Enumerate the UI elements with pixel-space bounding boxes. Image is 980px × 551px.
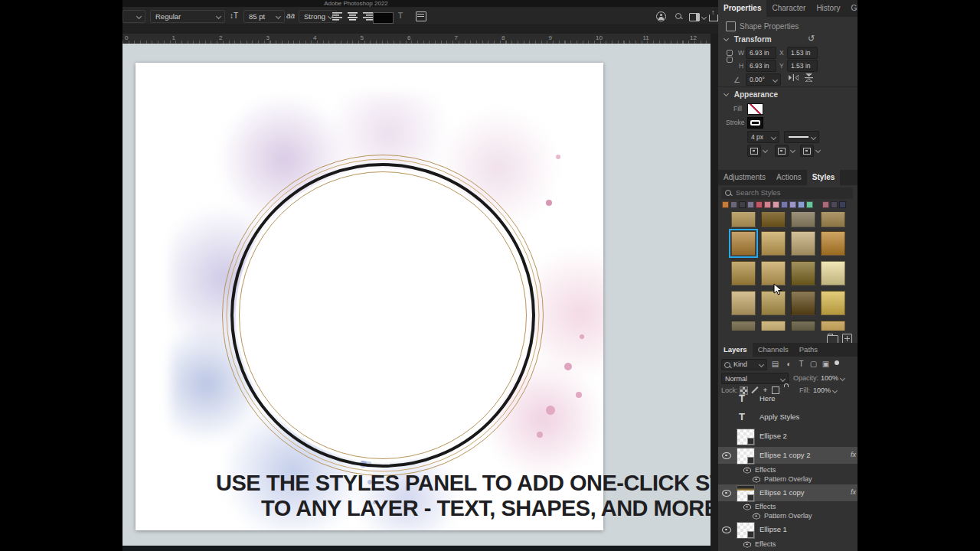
visibility-toggle[interactable]	[743, 504, 751, 511]
style-mini-swatch[interactable]	[806, 201, 813, 208]
style-swatch[interactable]	[821, 261, 845, 285]
opacity-value[interactable]: 100%	[821, 374, 838, 382]
appearance-section-header[interactable]: Appearance	[724, 90, 778, 99]
style-swatch[interactable]	[731, 261, 756, 285]
document-canvas[interactable]	[136, 63, 603, 530]
tab-adjustments[interactable]: Adjustments	[718, 170, 771, 185]
style-mini-swatch[interactable]	[722, 201, 729, 208]
filter-shape-layers-icon[interactable]: ▢	[808, 360, 818, 369]
style-swatch[interactable]	[731, 291, 756, 315]
align-center-button[interactable]	[348, 12, 358, 21]
fx-badge-icon[interactable]: fx	[851, 488, 856, 496]
style-swatch[interactable]	[761, 261, 786, 285]
anti-alias-select[interactable]: Strong	[299, 10, 337, 23]
style-mini-swatch[interactable]	[764, 201, 771, 208]
style-swatch[interactable]	[761, 212, 786, 227]
tab-paths[interactable]: Paths	[794, 343, 823, 357]
tab-character[interactable]: Character	[766, 0, 811, 17]
style-mini-swatch[interactable]	[789, 201, 796, 208]
style-swatch[interactable]	[791, 261, 815, 285]
style-swatch[interactable]	[731, 321, 756, 331]
pattern-overlay-row[interactable]: Pattern Overlay	[718, 511, 858, 520]
filter-pixel-layers-icon[interactable]: ▤	[770, 360, 780, 369]
style-mini-swatch[interactable]	[831, 201, 838, 208]
style-swatch[interactable]	[821, 212, 845, 227]
flip-vertical-icon[interactable]	[804, 73, 814, 82]
font-family-select[interactable]	[122, 10, 145, 23]
height-field[interactable]: 6.93 in	[746, 60, 776, 72]
align-left-button[interactable]	[332, 12, 343, 21]
opacity-chevron-icon[interactable]	[840, 376, 845, 381]
width-field[interactable]: 6.93 in	[746, 47, 776, 59]
style-swatch[interactable]	[761, 321, 786, 331]
stroke-width-field[interactable]: 4 px	[747, 131, 779, 143]
stroke-caps-select[interactable]	[775, 145, 789, 157]
visibility-toggle[interactable]	[753, 477, 760, 484]
workspace-switcher-icon[interactable]	[689, 13, 700, 21]
tab-glyphs[interactable]: Glyphs	[846, 0, 858, 17]
tab-channels[interactable]: Channels	[753, 343, 794, 357]
stroke-align-chevron-icon[interactable]	[763, 148, 768, 153]
visibility-toggle[interactable]	[743, 542, 751, 549]
search-icon[interactable]	[675, 13, 681, 19]
filter-type-layers-icon[interactable]: T	[796, 360, 806, 369]
style-swatch[interactable]	[791, 291, 815, 315]
y-field[interactable]: 1.53 in	[787, 60, 818, 72]
warp-text-icon[interactable]: T	[398, 11, 403, 20]
stroke-style-select[interactable]	[784, 131, 819, 143]
style-swatch[interactable]	[791, 212, 815, 227]
style-mini-swatch[interactable]	[730, 201, 737, 208]
effects-row[interactable]: Effects	[718, 465, 858, 474]
stroke-corners-select[interactable]	[800, 145, 814, 157]
toggle-character-panel-icon[interactable]	[416, 11, 426, 21]
filter-smart-objects-icon[interactable]: ▣	[821, 360, 831, 369]
style-swatch[interactable]	[731, 212, 756, 227]
stroke-caps-chevron-icon[interactable]	[790, 148, 795, 153]
pattern-overlay-row[interactable]: Pattern Overlay	[718, 474, 858, 484]
style-swatch[interactable]	[821, 321, 845, 331]
visibility-toggle[interactable]	[722, 490, 731, 498]
effects-row[interactable]: Effects	[718, 540, 858, 549]
filter-adjustment-layers-icon[interactable]: ◐	[784, 360, 794, 369]
style-swatch[interactable]	[791, 231, 815, 256]
tab-properties[interactable]: Properties	[718, 0, 766, 17]
font-style-select[interactable]: Regular	[150, 10, 225, 23]
link-dimensions-icon[interactable]	[727, 50, 732, 64]
style-mini-swatch[interactable]	[839, 201, 846, 208]
style-mini-swatch[interactable]	[822, 201, 829, 208]
layer-filter-kind-select[interactable]: Kind	[721, 359, 767, 370]
text-color-swatch[interactable]	[373, 12, 394, 24]
style-mini-swatch[interactable]	[747, 201, 754, 208]
visibility-toggle[interactable]	[753, 514, 760, 520]
workspace-chevron-icon[interactable]	[701, 15, 707, 20]
style-swatch[interactable]	[821, 291, 845, 315]
style-swatch[interactable]	[731, 231, 756, 256]
visibility-toggle[interactable]	[722, 452, 731, 461]
share-icon[interactable]	[709, 15, 718, 21]
account-icon[interactable]	[656, 11, 666, 21]
stroke-swatch[interactable]	[747, 117, 763, 129]
layer-row-ellipse-2[interactable]: Ellipse 2	[718, 428, 858, 445]
font-size-select[interactable]: 85 pt	[243, 10, 285, 23]
x-field[interactable]: 1.53 in	[787, 47, 818, 59]
style-mini-swatch[interactable]	[756, 201, 763, 208]
layer-row-here[interactable]: T Here	[718, 390, 858, 407]
stroke-corners-chevron-icon[interactable]	[815, 148, 821, 153]
fx-badge-icon[interactable]: fx	[851, 451, 856, 458]
tab-layers[interactable]: Layers	[718, 343, 753, 357]
reset-transform-icon[interactable]: ↺	[808, 34, 815, 44]
tab-styles[interactable]: Styles	[807, 170, 840, 185]
style-mini-swatch[interactable]	[773, 201, 779, 208]
visibility-toggle[interactable]	[743, 468, 751, 474]
layer-thumbnail[interactable]	[737, 429, 755, 445]
style-swatch[interactable]	[761, 231, 786, 256]
layer-row-apply-styles[interactable]: T Apply Styles	[718, 409, 858, 425]
styles-search-input[interactable]: Search Styles	[721, 187, 853, 199]
layer-thumbnail[interactable]	[737, 485, 755, 502]
effects-row[interactable]: Effects	[718, 502, 858, 511]
layer-thumbnail[interactable]	[737, 448, 755, 465]
transform-section-header[interactable]: Transform	[724, 35, 772, 44]
tab-history[interactable]: History	[811, 0, 845, 17]
style-mini-swatch[interactable]	[739, 201, 746, 208]
filter-toggle-icon[interactable]	[835, 360, 839, 365]
